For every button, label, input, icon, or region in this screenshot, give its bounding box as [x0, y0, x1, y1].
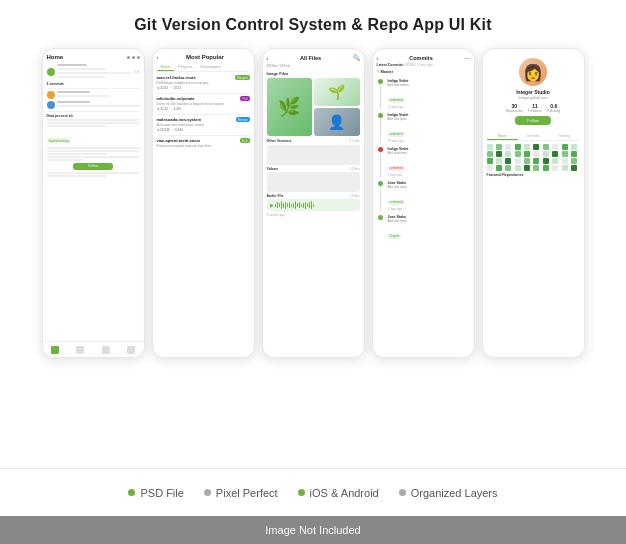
- branch-icon: ⑂: [377, 69, 379, 74]
- tabs: Repo Projects Developers: [157, 63, 250, 72]
- menu-icon[interactable]: ⋯: [464, 54, 470, 61]
- contribution-grid: [487, 144, 580, 171]
- tab-repo[interactable]: Repo: [157, 63, 175, 71]
- profile-stats: 30 Repositories 11 Followers 0.6 Followi…: [506, 103, 560, 113]
- e4-badge: E+4: [240, 138, 249, 143]
- page-title: Git Version Control System & Repo App UI…: [134, 16, 492, 34]
- status-badge: confirmed: [388, 166, 405, 171]
- phone-most-popular: ‹ Most Popular Repo Projects Developers …: [152, 48, 255, 358]
- avatar: [47, 68, 55, 76]
- review-badge: Review: [236, 117, 250, 122]
- feature-dot-icon: [204, 489, 211, 496]
- feature-ios-label: iOS & Android: [310, 487, 379, 499]
- commit-item: Jose Stoks Add new lyrics confirmed 4 da…: [377, 179, 470, 213]
- feature-psd-label: PSD File: [140, 487, 183, 499]
- home-icon[interactable]: [51, 346, 59, 354]
- feature-dot-icon: [128, 489, 135, 496]
- feature-psd: PSD File: [128, 487, 183, 499]
- image-thumbnail: 👤: [314, 108, 360, 136]
- branch-name: Master: [381, 69, 394, 74]
- back-icon[interactable]: ‹: [267, 55, 269, 61]
- feature-pixel-label: Pixel Perfect: [216, 487, 278, 499]
- phones-row: Home: [10, 48, 616, 358]
- feature-pixel: Pixel Perfect: [204, 487, 278, 499]
- profile-name: Integer Studio: [516, 89, 550, 95]
- merged-badge: Merged: [235, 75, 249, 80]
- image-grid: 🌿 🌱 👤: [267, 78, 360, 136]
- commit-dot: [378, 215, 383, 220]
- status-badge: confirmed: [388, 200, 405, 205]
- follow-button[interactable]: Follow: [73, 163, 113, 170]
- profile-icon[interactable]: [127, 346, 135, 354]
- avatar: [47, 101, 55, 109]
- bell-icon[interactable]: [102, 346, 110, 354]
- follow-button[interactable]: Follow: [515, 116, 551, 125]
- bottom-nav: [43, 341, 144, 357]
- status-badge: Droplet: [388, 234, 402, 239]
- features-bar: PSD File Pixel Perfect iOS & Android Org…: [0, 468, 626, 516]
- tag-badge: digital writing: [47, 138, 71, 143]
- commit-list: Indigo Violet Add new videos confirmed 1…: [377, 77, 470, 243]
- play-icon[interactable]: ▶: [270, 202, 274, 208]
- repo-item: malesuada-non-system Review Accumsan vit…: [157, 117, 250, 132]
- tab-trending[interactable]: Trending: [549, 133, 580, 140]
- feature-layers: Organized Layers: [399, 487, 498, 499]
- feature-dot-icon: [298, 489, 305, 496]
- phone4-title: Commits: [381, 55, 462, 61]
- back-icon[interactable]: ‹: [377, 55, 379, 61]
- feature-dot-icon: [399, 489, 406, 496]
- back-icon[interactable]: ‹: [157, 54, 159, 60]
- image-thumbnail: 🌿: [267, 78, 313, 136]
- tab-repositories[interactable]: Repos: [487, 133, 518, 140]
- tab-overview[interactable]: Overview: [518, 133, 549, 140]
- phone3-title: All Files: [271, 55, 351, 61]
- profile-tabs: Repos Overview Trending: [487, 133, 580, 141]
- top-section: Git Version Control System & Repo App UI…: [0, 0, 626, 468]
- tab-projects[interactable]: Projects: [174, 63, 196, 71]
- commit-item: Indigo Violet Add new videos confirmed 1…: [377, 77, 470, 111]
- phone-commits: ‹ Commits ⋯ Latest Commits: 2638v5 3 min…: [372, 48, 475, 358]
- status-badge: confirmed: [388, 98, 405, 103]
- pull-badge: Pull: [240, 96, 249, 101]
- audio-player[interactable]: ▶: [267, 199, 360, 211]
- dot-icon: [137, 56, 140, 59]
- featured-repos-label: Featured Repositories: [487, 173, 580, 177]
- file-count: 256 files / 623mb: [267, 64, 360, 68]
- dot-icon: [127, 56, 130, 59]
- search-icon[interactable]: [76, 346, 84, 354]
- commit-item: Jose Stoks Add new lyrics Droplet: [377, 213, 470, 243]
- repo-item: iolicitudin-vulputate Pull Donec mi odio…: [157, 96, 250, 111]
- feature-ios: iOS & Android: [298, 487, 379, 499]
- main-container: Git Version Control System & Repo App UI…: [0, 0, 626, 544]
- phone2-title: Most Popular: [161, 54, 250, 60]
- repo-item: arac-rel-findus-route Merged Pellentesqu…: [157, 75, 250, 90]
- status-badge: confirmed: [388, 132, 405, 137]
- profile-handle: Integer.github.com: [519, 96, 548, 100]
- commit-item: Indigo Violet Add new lyrics confirmed 1…: [377, 111, 470, 145]
- phone-home: Home: [42, 48, 145, 358]
- avatar: 👩: [519, 58, 547, 86]
- dot-icon: [132, 56, 135, 59]
- phone1-title: Home: [47, 54, 64, 60]
- image-not-included-label: Image Not Included: [0, 516, 626, 544]
- repo-item: viae-aptent-taciti-socio E+4 Praesent co…: [157, 138, 250, 148]
- phone-all-files: ‹ All Files 🔍 256 files / 623mb Image Fi…: [262, 48, 365, 358]
- avatar: [47, 91, 55, 99]
- phone-profile: 👩 Integer Studio Integer.github.com 30 R…: [482, 48, 585, 358]
- image-thumbnail: 🌱: [314, 78, 360, 106]
- tab-developers[interactable]: Developers: [197, 63, 225, 71]
- feature-layers-label: Organized Layers: [411, 487, 498, 499]
- commit-item: Indigo Violet Add document confirmed 1 d…: [377, 145, 470, 179]
- search-icon[interactable]: 🔍: [353, 54, 360, 61]
